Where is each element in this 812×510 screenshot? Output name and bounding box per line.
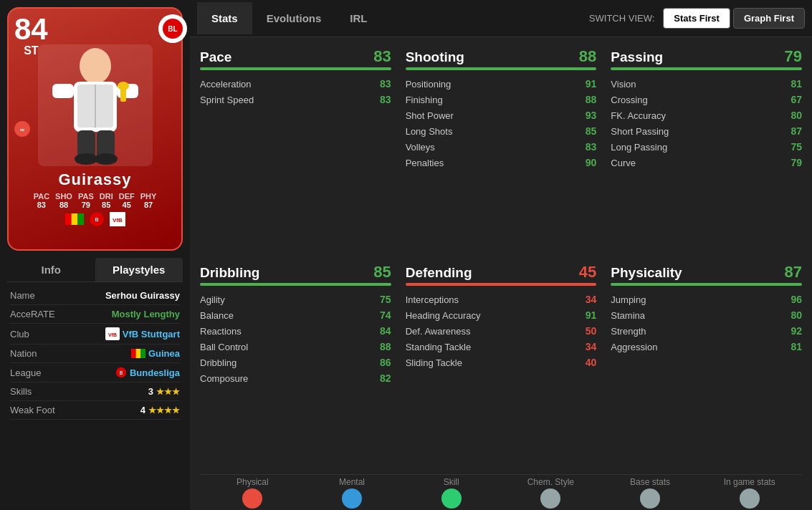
- defending-label: Defending: [406, 265, 472, 281]
- svg-text:B: B: [120, 370, 123, 375]
- stat-category-pace: Pace 83 Acceleration 83 Sprint Speed 83: [200, 43, 391, 259]
- left-tabs: Info Playstyles: [7, 258, 183, 282]
- bundesliga-badge: BL: [158, 14, 187, 43]
- stat-standing-tackle: Standing Tackle 34: [406, 339, 597, 355]
- tab-stats[interactable]: Stats: [197, 2, 252, 34]
- switch-view-label: SWITCH VIEW:: [589, 13, 654, 24]
- stat-agility: Agility 75: [200, 292, 391, 307]
- tab-irl[interactable]: IRL: [335, 2, 381, 34]
- chem-icon: [540, 489, 560, 509]
- shooting-bar: [406, 67, 597, 70]
- stat-category-passing: Passing 79 Vision 81 Crossing 67 FK. Acc…: [611, 43, 802, 259]
- stat-def-awareness: Def. Awareness 50: [406, 323, 597, 339]
- bottom-bar-ingame-label: In game stats: [724, 477, 775, 487]
- stats-first-button[interactable]: Stats First: [663, 8, 730, 29]
- tab-evolutions[interactable]: Evolutions: [252, 2, 336, 34]
- info-value-skills: 3 ★★★: [148, 386, 180, 397]
- stat-vision: Vision 81: [611, 76, 802, 92]
- stat-balance: Balance 74: [200, 307, 391, 323]
- bundesliga-small-badge: B: [90, 212, 104, 226]
- info-label-nation: Nation: [10, 348, 37, 359]
- pace-bar: [200, 67, 391, 70]
- card-rating: 84: [14, 14, 48, 44]
- info-row-club: Club VfB VfB Stuttgart: [10, 324, 180, 345]
- tab-playstyles[interactable]: Playstyles: [95, 258, 183, 282]
- bottom-bar-skill: Skill: [409, 477, 494, 509]
- mental-icon: [342, 489, 362, 509]
- shooting-value: 88: [579, 47, 596, 66]
- passing-label: Passing: [611, 49, 663, 65]
- info-label-name: Name: [10, 290, 35, 301]
- stat-curve: Curve 79: [611, 155, 802, 170]
- pace-label: Pace: [200, 49, 231, 65]
- stat-composure: Composure 82: [200, 370, 391, 386]
- svg-point-11: [95, 153, 118, 165]
- ingame-icon: [740, 489, 760, 509]
- shooting-label: Shooting: [406, 49, 464, 65]
- card-stat-pac: PAC 83: [34, 192, 49, 209]
- stat-stamina: Stamina 80: [611, 307, 802, 323]
- svg-rect-25: [131, 349, 136, 358]
- stat-dribbling: Dribbling 86: [200, 355, 391, 370]
- info-value-accelrate: Mostly Lengthy: [112, 309, 180, 319]
- stat-sprint-speed: Sprint Speed 83: [200, 92, 391, 107]
- defending-value: 45: [579, 263, 596, 282]
- tab-info[interactable]: Info: [7, 258, 95, 282]
- defending-header: Defending 45: [406, 259, 597, 283]
- dribbling-header: Dribbling 85: [200, 259, 391, 283]
- right-panel: Stats Evolutions IRL SWITCH VIEW: Stats …: [190, 0, 812, 510]
- stat-jumping: Jumping 96: [611, 292, 802, 307]
- svg-text:∞: ∞: [20, 126, 25, 133]
- stat-category-shooting: Shooting 88 Positioning 91 Finishing 88 …: [406, 43, 597, 259]
- card-stat-dri: DRI 85: [100, 192, 113, 209]
- card-stat-pas: PAS 79: [78, 192, 94, 209]
- physicality-header: Physicality 87: [611, 259, 802, 283]
- card-stat-phy: PHY 87: [140, 192, 157, 209]
- dribbling-label: Dribbling: [200, 265, 259, 281]
- eco-badge: ∞: [14, 121, 30, 137]
- passing-value: 79: [785, 47, 802, 66]
- top-tabs: Stats Evolutions IRL SWITCH VIEW: Stats …: [190, 0, 812, 37]
- stat-long-shots: Long Shots 85: [406, 123, 597, 139]
- bottom-bar-base-label: Base stats: [630, 477, 670, 487]
- shooting-header: Shooting 88: [406, 43, 597, 67]
- info-row-name: Name Serhou Guirassy: [10, 287, 180, 305]
- defending-bar: [406, 283, 597, 286]
- physicality-value: 87: [785, 263, 802, 282]
- guinea-flag: [65, 213, 84, 225]
- stat-ball-control: Ball Control 88: [200, 339, 391, 355]
- card-stats-row: PAC 83 SHO 88 PAS 79 DRI 85 DEF 45 PHY 8…: [34, 192, 157, 209]
- stat-sliding-tackle: Sliding Tackle 40: [406, 355, 597, 370]
- dribbling-value: 85: [373, 263, 391, 282]
- info-row-league: League B Bundesliga: [10, 363, 180, 382]
- info-value-league: B Bundesliga: [115, 367, 180, 378]
- stat-acceleration: Acceleration 83: [200, 76, 391, 92]
- info-label-accelrate: AcceRATE: [10, 309, 55, 319]
- svg-point-2: [80, 48, 111, 84]
- stat-fk-accuracy: FK. Accuracy 80: [611, 107, 802, 123]
- bottom-bar-base: Base stats: [608, 477, 693, 509]
- card-badges-bottom: B VfB: [65, 212, 125, 226]
- svg-text:B: B: [95, 217, 98, 222]
- info-row-skills: Skills 3 ★★★: [10, 382, 180, 401]
- graph-first-button[interactable]: Graph First: [733, 8, 805, 29]
- svg-text:VfB: VfB: [108, 332, 117, 337]
- info-row-weakfoot: Weak Foot 4 ★★★★: [10, 401, 180, 420]
- svg-point-10: [75, 153, 97, 165]
- svg-rect-6: [52, 84, 74, 98]
- vfb-badge: VfB: [110, 212, 125, 226]
- svg-text:VfB: VfB: [113, 217, 123, 223]
- stat-reactions: Reactions 84: [200, 323, 391, 339]
- stat-interceptions: Interceptions 34: [406, 292, 597, 307]
- stat-aggression: Aggression 81: [611, 339, 802, 355]
- svg-text:BL: BL: [168, 25, 177, 33]
- info-value-club: VfB VfB Stuttgart: [105, 327, 180, 340]
- left-panel: 84 ST BL: [0, 0, 190, 510]
- player-card: 84 ST BL: [7, 7, 183, 251]
- card-stat-sho: SHO 88: [55, 192, 72, 209]
- bottom-bar-ingame: In game stats: [707, 477, 792, 509]
- stat-crossing: Crossing 67: [611, 92, 802, 107]
- info-value-weakfoot: 4 ★★★★: [140, 405, 180, 415]
- stats-content: Pace 83 Acceleration 83 Sprint Speed 83 …: [190, 37, 812, 510]
- svg-rect-14: [65, 213, 72, 225]
